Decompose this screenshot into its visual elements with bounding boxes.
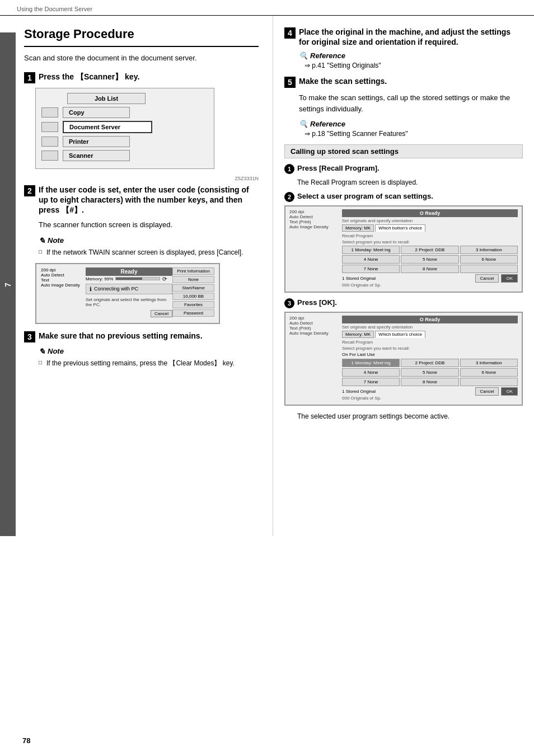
right-column: 4 Place the original in the machine, and… <box>273 16 534 536</box>
recall-cell-1-4[interactable]: 4 None <box>342 255 400 264</box>
recall-cell-1-6[interactable]: 6 None <box>460 255 518 264</box>
recall-cell-1-2[interactable]: 2 Project: DDB <box>401 246 458 254</box>
recall-program-label-1: Recall Program <box>342 233 518 238</box>
recall-tab-memory-2[interactable]: Memory: MK <box>342 331 374 338</box>
recall-cell-2-4[interactable]: 4 None <box>342 368 400 377</box>
recall-info-1d: Auto Image Density <box>289 224 340 229</box>
recall-info-1b: Auto Detect <box>289 214 340 219</box>
side-tab-number: 7 <box>3 281 12 287</box>
ready-cancel-row: Cancel <box>86 310 172 317</box>
printer-button[interactable]: Printer <box>63 136 130 147</box>
step-2-note-item-1: If the network TWAIN scanner screen is d… <box>39 247 259 257</box>
recall-ok-btn-1[interactable]: OK <box>501 274 518 283</box>
recall-center-2: O Ready Set originals and specify orient… <box>342 316 518 401</box>
sub-step-1-number: 1 <box>284 164 294 174</box>
recall-screen-1: 200 dpi Auto Detect Text (Print) Auto Im… <box>284 205 523 293</box>
recall-info-1c: Text (Print) <box>289 219 340 224</box>
step-4-reference: 🔍 Reference ⇒ p.41 "Setting Originals" <box>299 51 523 69</box>
recall-grid-1: 1 Monday: Meet ing 2 Project: DDB 3 Info… <box>342 246 518 273</box>
recall-action-btns-1: Cancel OK <box>475 274 518 283</box>
ready-info-4: Auto Image Density <box>41 283 86 288</box>
left-column: Storage Procedure Scan and store the doc… <box>16 16 273 536</box>
progress-bar-fill <box>116 278 142 280</box>
ready-msg2: Set originals and select the settings fr… <box>86 296 172 308</box>
recall-ok-btn-2[interactable]: OK <box>501 387 518 396</box>
recall-grid-2: 1 Monday: Meet ing 2 Project: DDB 3 Info… <box>342 359 518 386</box>
recall-program-label-2: Recall Program <box>342 340 518 345</box>
ready-screen-header: 200 dpi Auto Detect Text Auto Image Dens… <box>41 267 214 318</box>
recall-cell-2-1[interactable]: 1 Monday: Meet ing <box>342 359 400 367</box>
scanner-button[interactable]: Scanner <box>63 150 130 161</box>
recall-info-2a: 200 dpi <box>289 316 340 321</box>
step-5-text: Make the scan settings. <box>299 76 387 86</box>
step-4-number: 4 <box>284 27 296 39</box>
content-area: 7 Storage Procedure Scan and store the d… <box>0 16 534 536</box>
document-server-button[interactable]: Document Server <box>63 121 152 133</box>
recall-cancel-btn-1[interactable]: Cancel <box>475 274 499 283</box>
recall-info-1a: 200 dpi <box>289 209 340 214</box>
recall-cell-1-3[interactable]: 3 Information <box>460 246 518 254</box>
step-1-text: Press the 【Scanner】 key. <box>39 72 139 82</box>
sub-step-2-header: 2 Select a user program of scan settings… <box>284 192 523 202</box>
sub-step-1-text: Press [Recall Program]. <box>297 164 380 172</box>
step-4-text: Place the original in the machine, and a… <box>299 27 523 47</box>
recall-status-row-2: O Ready <box>342 316 518 323</box>
recall-info-2c: Text (Print) <box>289 326 340 331</box>
step-4-header: 4 Place the original in the machine, and… <box>284 27 523 47</box>
recall-tab-which-1[interactable]: Which button's choice <box>375 224 425 232</box>
ready-info-3: Text <box>41 278 86 283</box>
recall-cell-2-7[interactable]: 7 None <box>342 378 400 386</box>
step-5-reference: 🔍 Reference ⇒ p.18 "Setting Scanner Feat… <box>299 120 523 138</box>
recall-footer-pages-1: 000 Originals of Sp. <box>342 283 518 288</box>
ref-icon-1: 🔍 <box>299 51 308 60</box>
step-4-ref-title: 🔍 Reference <box>299 51 523 60</box>
page-container: Using the Document Server 7 Storage Proc… <box>0 0 534 756</box>
recall-cell-2-6[interactable]: 6 None <box>460 368 518 377</box>
cancel-button[interactable]: Cancel <box>151 310 172 317</box>
intro-text: Scan and store the document in the docum… <box>24 53 259 64</box>
step-4-ref-link: ⇒ p.41 "Setting Originals" <box>305 62 523 69</box>
step-1-header: 1 Press the 【Scanner】 key. <box>24 72 259 83</box>
recall-tabs-1: Memory: MK Which button's choice <box>342 224 518 232</box>
recall-cancel-btn-2[interactable]: Cancel <box>475 387 499 396</box>
recall-cell-1-1[interactable]: 1 Monday: Meet ing <box>342 246 400 254</box>
recall-cell-2-3[interactable]: 3 Information <box>460 359 518 367</box>
step-2-text: If the user code is set, enter the user … <box>39 185 259 215</box>
ready-right-3: Start/Name <box>172 284 214 292</box>
recall-cell-2-5[interactable]: 5 None <box>401 368 458 377</box>
ready-right-1: Print Information <box>172 267 214 275</box>
recall-footer-1a: 1 Stored Original <box>342 276 376 281</box>
recall-cell-1-5[interactable]: 5 None <box>401 255 458 264</box>
subsection-bar: Calling up stored scan settings <box>284 144 523 158</box>
recall-cell-1-7[interactable]: 7 None <box>342 265 400 273</box>
refresh-icon[interactable]: ⟳ <box>162 276 167 282</box>
ready-info-1: 200 dpi <box>41 267 86 273</box>
step-5-ref-link: ⇒ p.18 "Setting Scanner Features" <box>305 130 523 138</box>
recall-cell-2-2[interactable]: 2 Project: DDB <box>401 359 458 367</box>
recall-tab-memory-1[interactable]: Memory: MK <box>342 224 374 232</box>
recall-tab-which-2[interactable]: Which button's choice <box>375 331 425 338</box>
sub-step-2-number: 2 <box>284 192 294 202</box>
step-5-ref-title: 🔍 Reference <box>299 120 523 128</box>
ready-message: ℹ Connecting with PC <box>86 284 172 294</box>
scanner-indicator <box>41 151 58 161</box>
recall-cell-2-8[interactable]: 8 None <box>401 378 458 386</box>
recall-left-info-2: 200 dpi Auto Detect Text (Print) Auto Im… <box>289 316 340 401</box>
recall-left-info-1: 200 dpi Auto Detect Text (Print) Auto Im… <box>289 209 340 288</box>
ready-right-5: Favorites <box>172 301 214 308</box>
printer-row: Printer <box>41 136 208 147</box>
ready-memory-label: Memory: 99% <box>86 276 113 281</box>
recall-cell-1-8[interactable]: 8 None <box>401 265 458 273</box>
recall-header-1: 200 dpi Auto Detect Text (Print) Auto Im… <box>289 209 518 288</box>
recall-status-2: O Ready <box>342 316 518 323</box>
recall-footer-pages-2: 000 Originals of Sp. <box>342 396 518 401</box>
ref-icon-2: 🔍 <box>299 120 308 128</box>
step-2-body: The scanner function screen is displayed… <box>39 219 259 231</box>
job-list-button[interactable]: Job List <box>67 93 146 104</box>
step-3-note-title: ✎ Note <box>39 347 259 356</box>
step-3-text: Make sure that no previous setting remai… <box>39 331 203 341</box>
doc-server-indicator <box>41 122 58 132</box>
recall-tabs-2: Memory: MK Which button's choice <box>342 331 518 338</box>
sub-step-3-body: The selected user program settings becom… <box>297 411 523 421</box>
copy-button[interactable]: Copy <box>63 107 130 118</box>
